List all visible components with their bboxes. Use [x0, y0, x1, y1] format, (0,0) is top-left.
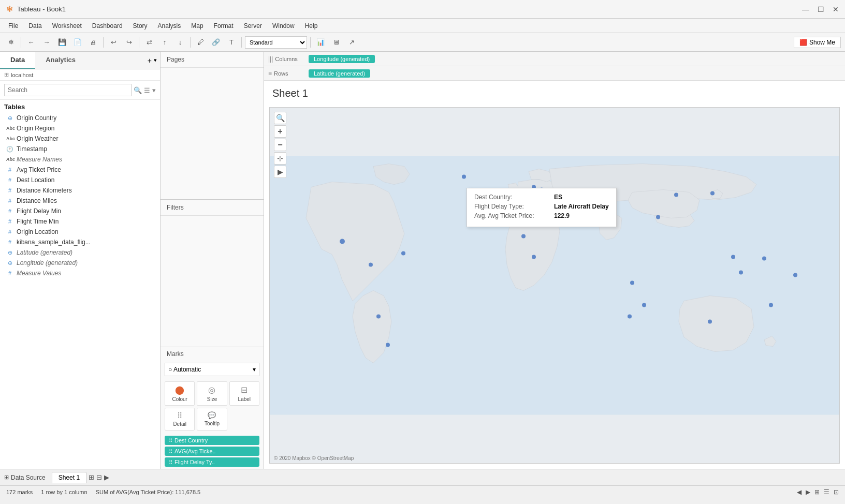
marks-type-dropdown[interactable]: ○ Automatic ▾: [165, 363, 259, 376]
marks-tooltip-btn[interactable]: 💬 Tooltip: [197, 408, 227, 431]
status-grid-view-btn[interactable]: ⊞: [814, 488, 820, 496]
field-origin-weather[interactable]: Abc Origin Weather: [0, 134, 160, 144]
field-avg-ticket[interactable]: # Avg Ticket Price: [0, 165, 160, 175]
map-home-btn[interactable]: ⊹: [274, 152, 286, 165]
map-search-btn[interactable]: 🔍: [274, 112, 286, 124]
svg-point-17: [656, 215, 660, 219]
map-zoom-in-btn[interactable]: +: [274, 125, 286, 138]
view-dropdown[interactable]: Standard: [245, 36, 307, 49]
field-distance-miles[interactable]: # Distance Miles: [0, 196, 160, 206]
toolbar-new-btn[interactable]: 📄: [71, 36, 84, 49]
menu-map[interactable]: Map: [187, 21, 207, 31]
maximize-btn[interactable]: ☐: [818, 5, 824, 13]
menu-file[interactable]: File: [4, 21, 22, 31]
field-dest-location[interactable]: # Dest Location: [0, 175, 160, 185]
marks-section: Marks ○ Automatic ▾ ⬤ Colour ◎ Size ⊟ La…: [161, 347, 264, 469]
status-prev-btn[interactable]: ◀: [797, 488, 802, 496]
toolbar-back-btn[interactable]: ←: [24, 36, 38, 49]
minimize-btn[interactable]: —: [802, 5, 809, 13]
toolbar-save-btn[interactable]: 💾: [55, 36, 69, 49]
search-input[interactable]: [4, 84, 132, 96]
toolbar-print-btn[interactable]: 🖨: [86, 36, 100, 49]
columns-pill[interactable]: Longitude (generated): [309, 55, 375, 63]
field-origin-region[interactable]: Abc Origin Region: [0, 123, 160, 134]
marks-label-btn[interactable]: ⊟ Label: [229, 381, 259, 406]
field-origin-country[interactable]: ⊕ Origin Country: [0, 113, 160, 123]
toolbar-sort-desc-btn[interactable]: ↓: [173, 36, 187, 49]
tab-analytics[interactable]: Analytics: [35, 52, 86, 69]
field-timestamp[interactable]: 🕐 Timestamp: [0, 144, 160, 154]
toolbar-sort-asc-btn[interactable]: ↑: [158, 36, 171, 49]
pill-avg-ticket[interactable]: ⠿ AVG(Avg Ticke..: [165, 447, 259, 456]
bottom-bar: ⊞ Data Source Sheet 1 ⊞ ⊟ ▶: [0, 469, 845, 485]
pill-icon-avg: ⠿: [169, 449, 172, 454]
status-bar: 172 marks 1 row by 1 column SUM of AVG(A…: [0, 485, 845, 498]
status-fit-btn[interactable]: ⊡: [834, 488, 839, 496]
toolbar-sep-6: [310, 37, 311, 48]
main-layout: Data Analytics + ▾ ⊞ localhost 🔍 ☰ ▾ Tab…: [0, 52, 845, 469]
menu-story[interactable]: Story: [129, 21, 152, 31]
menu-help[interactable]: Help: [301, 21, 322, 31]
map-zoom-out-btn[interactable]: −: [274, 139, 286, 151]
marks-colour-btn[interactable]: ⬤ Colour: [165, 381, 195, 406]
menu-dashboard[interactable]: Dashboard: [88, 21, 127, 31]
new-sheet-icon[interactable]: ⊞: [89, 473, 94, 481]
svg-point-29: [731, 255, 735, 259]
pill-dest-country[interactable]: ⠿ Dest Country: [165, 436, 259, 445]
field-longitude[interactable]: ⊕ Longitude (generated): [0, 258, 160, 268]
toolbar-forward-btn[interactable]: →: [40, 36, 53, 49]
status-next-btn[interactable]: ▶: [806, 488, 810, 496]
panel-add-icon[interactable]: +: [148, 56, 152, 65]
toolbar-logo-btn[interactable]: ❄: [4, 36, 18, 49]
map-expand-btn[interactable]: ▶: [274, 166, 286, 178]
show-me-button[interactable]: 🟥 Show Me: [794, 37, 841, 48]
close-btn[interactable]: ✕: [833, 5, 839, 13]
sheet1-tab[interactable]: Sheet 1: [52, 472, 86, 483]
panel-chevron-icon[interactable]: ▾: [154, 57, 157, 64]
present-icon[interactable]: ▶: [104, 473, 109, 481]
menu-analysis[interactable]: Analysis: [154, 21, 185, 31]
toolbar-device-btn[interactable]: 🖥: [329, 36, 343, 49]
field-origin-location[interactable]: # Origin Location: [0, 227, 160, 237]
field-kibana[interactable]: # kibana_sample_data_flig...: [0, 237, 160, 247]
toolbar-annotate-btn[interactable]: 🔗: [209, 36, 223, 49]
search-icon[interactable]: 🔍: [134, 86, 142, 94]
toolbar-text-btn[interactable]: T: [225, 36, 238, 49]
toolbar-swap-btn[interactable]: ⇄: [142, 36, 156, 49]
marks-detail-btn[interactable]: ⠿ Detail: [165, 408, 195, 431]
menu-data[interactable]: Data: [24, 21, 46, 31]
data-source-tab-label: Data Source: [11, 474, 46, 481]
field-list-icon[interactable]: ☰: [144, 86, 150, 94]
field-measure-values[interactable]: # Measure Values: [0, 268, 160, 278]
columns-text: Columns: [275, 56, 297, 62]
pill-flight-delay-type-label: Flight Delay Ty..: [174, 459, 215, 465]
field-flight-time-min[interactable]: # Flight Time Min: [0, 216, 160, 227]
tooltip-row-delay-type: Flight Delay Type: Late Aircraft Delay: [474, 203, 609, 210]
field-name: Measure Names: [17, 156, 62, 163]
tab-data[interactable]: Data: [0, 52, 35, 69]
field-sort-icon[interactable]: ▾: [152, 86, 156, 94]
tooltip-icon: 💬: [208, 411, 216, 419]
duplicate-sheet-icon[interactable]: ⊟: [96, 473, 102, 481]
pill-flight-delay-type[interactable]: ⠿ Flight Delay Ty..: [165, 457, 259, 467]
toolbar-undo-btn[interactable]: ↩: [107, 36, 120, 49]
menu-window[interactable]: Window: [268, 21, 299, 31]
toolbar-highlight-btn[interactable]: 🖊: [194, 36, 207, 49]
left-panel: Data Analytics + ▾ ⊞ localhost 🔍 ☰ ▾ Tab…: [0, 52, 161, 469]
field-latitude[interactable]: ⊕ Latitude (generated): [0, 247, 160, 258]
menu-format[interactable]: Format: [210, 21, 238, 31]
marks-size-btn[interactable]: ◎ Size: [197, 381, 227, 406]
data-source-tab[interactable]: ⊞ Data Source: [4, 474, 46, 481]
map-container[interactable]: 🔍 + − ⊹ ▶ Dest Country: ES Flight Delay …: [269, 107, 840, 464]
field-flight-delay-min[interactable]: # Flight Delay Min: [0, 206, 160, 216]
field-measure-names[interactable]: Abc Measure Names: [0, 154, 160, 165]
rows-pill[interactable]: Latitude (generated): [309, 69, 370, 78]
status-list-view-btn[interactable]: ☰: [824, 488, 829, 496]
pill-avg-ticket-label: AVG(Avg Ticke..: [174, 448, 216, 454]
toolbar-redo-btn[interactable]: ↪: [122, 36, 136, 49]
menu-worksheet[interactable]: Worksheet: [48, 21, 86, 31]
menu-server[interactable]: Server: [240, 21, 266, 31]
field-distance-km[interactable]: # Distance Kilometers: [0, 185, 160, 196]
toolbar-share-btn[interactable]: ↗: [345, 36, 358, 49]
toolbar-viztype-btn[interactable]: 📊: [314, 36, 327, 49]
